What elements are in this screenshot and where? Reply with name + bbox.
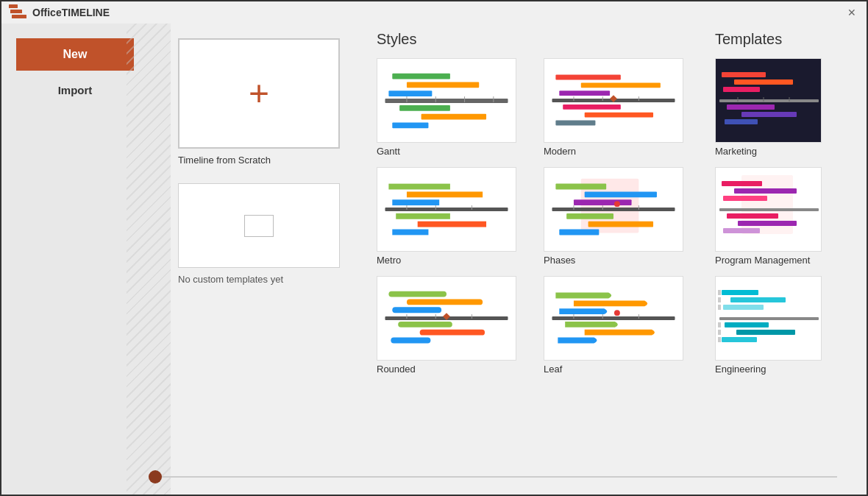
svg-rect-44 [566,213,613,219]
leaf-chart [544,277,683,360]
new-button[interactable]: New [16,38,134,71]
import-button[interactable]: Import [16,77,134,103]
svg-rect-29 [388,184,450,190]
svg-rect-57 [420,330,485,336]
svg-rect-73 [723,87,760,92]
svg-rect-43 [574,199,632,205]
scroll-thumb[interactable] [149,470,162,483]
metro-label: Metro [377,255,533,266]
svg-rect-18 [581,82,661,88]
program-chart [716,168,822,252]
logo-text: OfficeTIMELINE [32,7,110,18]
metro-card[interactable] [377,167,516,252]
svg-rect-6 [407,82,479,88]
svg-rect-75 [741,112,797,117]
svg-rect-72 [734,79,793,85]
phases-label: Phases [544,255,700,266]
svg-rect-40 [552,208,675,211]
templates-title: Templates [715,31,852,48]
svg-rect-46 [559,230,599,235]
gantt-wrapper: Gantt [377,58,533,157]
svg-rect-64 [552,316,675,320]
svg-rect-5 [392,74,450,79]
logo: OfficeTIMELINE [9,4,110,21]
svg-rect-95 [736,330,795,335]
right-area: Styles [362,24,867,495]
scroll-track [149,476,837,478]
svg-rect-90 [719,317,819,320]
svg-rect-19 [559,91,610,96]
svg-rect-76 [725,119,758,124]
svg-rect-22 [555,121,595,126]
gantt-chart [377,59,516,142]
svg-rect-101 [718,330,721,335]
svg-rect-10 [392,122,428,128]
metro-chart [377,168,516,251]
svg-rect-93 [723,305,764,310]
program-card[interactable] [715,167,822,252]
phases-card[interactable] [544,167,683,252]
close-button[interactable]: ✕ [844,5,859,20]
scratch-card[interactable]: + [178,38,340,149]
svg-rect-92 [730,297,786,302]
rounded-chart [377,277,516,360]
svg-rect-7 [388,91,432,96]
svg-rect-1 [10,10,22,13]
logo-icon [9,4,28,21]
plus-icon: + [249,76,269,111]
engineering-wrapper: Engineering [715,276,852,375]
svg-rect-33 [418,222,486,227]
main-content: New Import + Timeline from Scratch No cu… [1,24,867,495]
svg-rect-71 [722,72,766,77]
svg-rect-21 [585,113,653,118]
program-wrapper: Program Management [715,167,852,266]
custom-wrapper: No custom templates yet [178,183,347,285]
engineering-chart [716,277,822,361]
svg-rect-85 [723,196,767,201]
custom-card [178,183,340,268]
title-bar: OfficeTIMELINE ✕ [1,1,867,24]
svg-rect-45 [588,222,653,227]
svg-rect-97 [718,290,721,295]
engineering-card[interactable] [715,276,822,361]
scratch-wrapper: + Timeline from Scratch [178,38,347,183]
svg-rect-94 [725,322,769,327]
leaf-label: Leaf [544,364,700,375]
svg-rect-84 [734,188,797,194]
svg-rect-88 [723,228,760,233]
marketing-chart [716,59,822,143]
gantt-card[interactable] [377,58,516,143]
svg-rect-74 [727,104,775,110]
custom-card-inner [244,215,274,237]
modern-card[interactable] [544,58,683,143]
svg-rect-91 [722,290,758,295]
phases-wrapper: Phases [544,167,700,266]
svg-rect-8 [399,105,450,111]
templates-list: Marketing [715,58,852,375]
svg-rect-86 [727,213,778,219]
svg-rect-9 [421,114,486,120]
gantt-label: Gantt [377,146,533,157]
svg-rect-99 [718,305,721,310]
svg-rect-42 [585,191,657,197]
custom-label: No custom templates yet [178,274,347,285]
rounded-card[interactable] [377,276,516,361]
marketing-card[interactable] [715,58,822,143]
svg-rect-41 [555,184,606,190]
svg-rect-54 [407,299,483,305]
modern-chart [544,59,683,142]
program-label: Program Management [715,255,852,266]
styles-title: Styles [377,31,700,48]
scroll-bar [149,474,837,480]
svg-point-65 [614,310,620,316]
svg-rect-98 [718,297,721,302]
svg-rect-17 [555,75,620,80]
leaf-card[interactable] [544,276,683,361]
svg-rect-102 [718,337,721,342]
svg-rect-4 [385,99,508,103]
svg-rect-70 [719,99,819,102]
svg-rect-0 [9,4,18,8]
metro-wrapper: Metro [377,167,533,266]
svg-rect-30 [407,191,483,197]
svg-rect-32 [396,213,450,219]
